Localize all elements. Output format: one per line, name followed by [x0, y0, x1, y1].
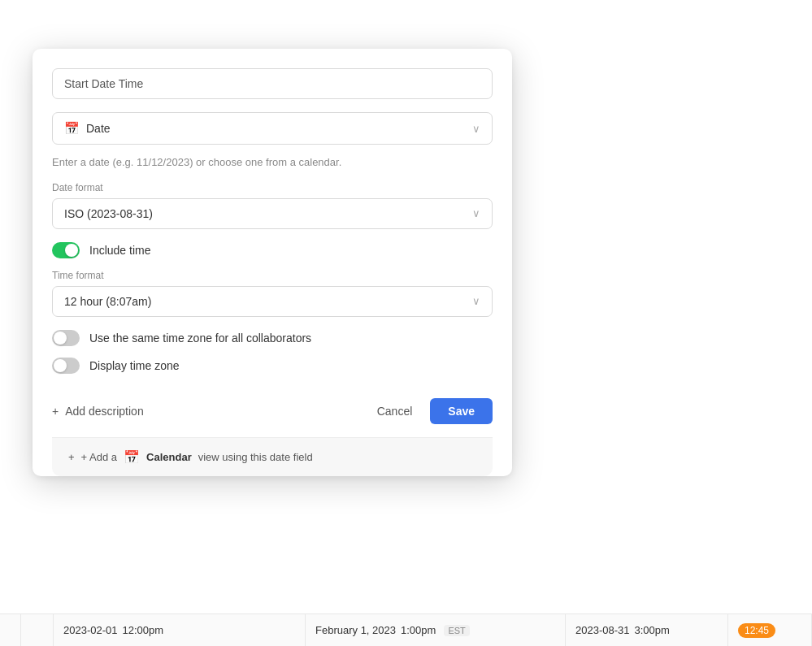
footer-end-date-cell: February 1, 2023 1:00pm EST	[306, 614, 566, 646]
chevron-down-icon-field: ∨	[472, 123, 480, 135]
footer-actions: Cancel Save	[366, 398, 493, 424]
footer-label-cell	[21, 614, 54, 646]
include-time-label: Include time	[89, 244, 150, 257]
field-name-input[interactable]	[52, 68, 493, 99]
display-tz-toggle-row: Display time zone	[52, 358, 493, 374]
footer-time1: 12:00pm	[123, 624, 164, 636]
modal-footer: + Add description Cancel Save	[52, 385, 493, 437]
same-tz-label: Use the same time zone for all collabora…	[89, 332, 311, 345]
chevron-down-icon-format: ∨	[472, 207, 480, 219]
modal-dialog: 📅 Date ∨ Enter a date (e.g. 11/12/2023) …	[33, 49, 512, 476]
footer-est-badge: EST	[444, 625, 469, 636]
footer-time2: 1:00pm	[401, 624, 436, 636]
footer-date3: 2023-08-31	[575, 624, 630, 636]
table-footer-row: 2023-02-01 12:00pm February 1, 2023 1:00…	[0, 613, 812, 646]
same-tz-toggle-row: Use the same time zone for all collabora…	[52, 330, 493, 346]
date-format-value: ISO (2023-08-31)	[64, 207, 153, 220]
calendar-colored-icon: 📅	[124, 449, 140, 465]
time-format-label: Time format	[52, 270, 493, 281]
time-format-dropdown[interactable]: 12 hour (8:07am) ∨	[52, 286, 493, 317]
plus-icon: +	[52, 405, 59, 418]
display-tz-label: Display time zone	[89, 359, 180, 372]
footer-start-date-cell: 2023-02-01 12:00pm	[54, 614, 306, 646]
date-format-dropdown[interactable]: ISO (2023-08-31) ∨	[52, 198, 493, 229]
chevron-down-icon-time: ∨	[472, 295, 480, 307]
footer-expand-cell	[0, 614, 21, 646]
display-tz-knob	[54, 359, 67, 372]
time-format-value: 12 hour (8:07am)	[64, 295, 151, 308]
calendar-bold-label: Calendar	[146, 451, 192, 463]
display-tz-toggle[interactable]	[52, 358, 80, 374]
add-calendar-view-bar[interactable]: + + Add a 📅 Calendar view using this dat…	[52, 437, 493, 476]
calendar-suffix-label: view using this date field	[198, 451, 313, 463]
same-tz-toggle[interactable]	[52, 330, 80, 346]
include-time-toggle-row: Include time	[52, 242, 493, 258]
save-button[interactable]: Save	[430, 398, 493, 424]
footer-end-cell: 12:45	[728, 614, 812, 646]
add-a-label: + Add a	[81, 451, 117, 463]
toggle-knob	[65, 244, 78, 257]
include-time-toggle[interactable]	[52, 242, 80, 258]
footer-start-time-cell: 2023-08-31 3:00pm	[566, 614, 728, 646]
same-tz-knob	[54, 332, 67, 345]
add-desc-label: Add description	[65, 405, 144, 418]
add-description-button[interactable]: + Add description	[52, 405, 144, 418]
footer-label2: February 1, 2023	[315, 624, 396, 636]
footer-date1: 2023-02-01	[63, 624, 118, 636]
field-hint: Enter a date (e.g. 11/12/2023) or choose…	[52, 154, 493, 171]
plus-icon-bar: +	[68, 451, 75, 463]
footer-time3: 3:00pm	[635, 624, 670, 636]
field-type-selector[interactable]: 📅 Date ∨	[52, 112, 493, 145]
cancel-button[interactable]: Cancel	[366, 398, 424, 424]
date-icon: 📅	[64, 121, 80, 136]
date-format-label: Date format	[52, 182, 493, 193]
field-type-label: Date	[86, 122, 111, 135]
footer-badge: 12:45	[738, 623, 775, 638]
